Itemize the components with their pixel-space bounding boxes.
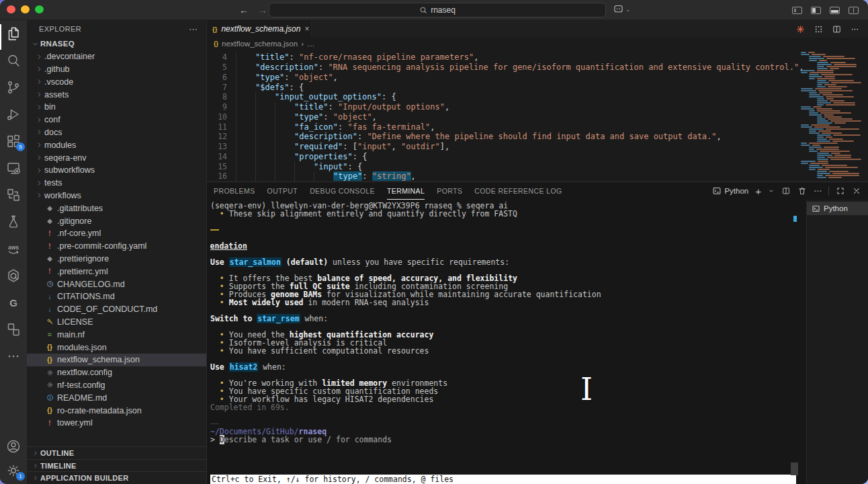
editor-tab-bar: {} nextflow_schema.json × [207, 20, 868, 38]
tab-nextflow-schema[interactable]: {} nextflow_schema.json × [207, 20, 312, 38]
tree-file[interactable]: ↓CITATIONS.md [27, 290, 206, 303]
panel-tab[interactable]: PORTS [437, 182, 462, 200]
panel-tab[interactable]: CODE REFERENCE LOG [474, 182, 562, 200]
split-editor-icon[interactable] [832, 24, 842, 34]
panel-tab[interactable]: TERMINAL [387, 182, 425, 200]
terminal-output[interactable]: (seqera-env) llewelyn-van-der-berg@KTW2Y… [210, 202, 793, 474]
tree-file[interactable]: !.nf-core.yml [27, 227, 206, 240]
tree-root-rnaseq[interactable]: RNASEQ [27, 38, 206, 50]
layout-grid-icon[interactable] [792, 7, 802, 14]
terminal-list-item[interactable]: Python [807, 202, 868, 215]
dots-grid-icon[interactable] [814, 24, 824, 34]
tree-folder[interactable]: .github [27, 63, 206, 76]
test-flask-icon[interactable] [5, 214, 21, 230]
sidebar-section[interactable]: TIMELINE [27, 459, 206, 472]
code-editor[interactable]: 4"title": "nf-core/rnaseq pipeline param… [207, 50, 868, 182]
tree-folder[interactable]: .vscode [27, 75, 206, 88]
chevron-right-icon [34, 65, 44, 73]
run-debug-icon[interactable] [5, 106, 21, 122]
chevron-right-icon [34, 141, 44, 149]
svg-text:G: G [9, 297, 17, 309]
code-line: 7"$defs": { [207, 82, 868, 92]
back-button[interactable]: ← [239, 5, 249, 15]
tree-file[interactable]: nextflow.config [27, 366, 206, 379]
json-file-icon: {} [212, 26, 217, 33]
breadcrumb-file[interactable]: nextflow_schema.json [222, 40, 298, 48]
sidebar-section[interactable]: OUTLINE [27, 446, 206, 459]
tree-file[interactable]: ◆.gitattributes [27, 202, 206, 214]
terminal-dropdown-chevron-icon[interactable] [768, 188, 775, 194]
source-control-icon[interactable] [5, 79, 21, 95]
minimap[interactable] [797, 51, 861, 182]
tree-file[interactable]: {}modules.json [27, 341, 206, 354]
close-tab-icon[interactable]: × [304, 24, 309, 34]
dev-containers-icon[interactable] [5, 187, 21, 203]
kill-terminal-trash-icon[interactable] [797, 186, 807, 196]
editor-area: {} nextflow_schema.json × {} nextflow_sc… [207, 20, 868, 182]
tree-file[interactable]: !.pre-commit-config.yaml [27, 240, 206, 253]
minimize-window-button[interactable] [21, 5, 30, 13]
active-terminal-selector[interactable]: Python [712, 186, 748, 196]
terminal-scrollbar-thumb[interactable] [791, 462, 798, 475]
more-icon[interactable] [5, 348, 21, 364]
tree-file[interactable]: ↓CODE_OF_CONDUCT.md [27, 303, 206, 316]
tree-file[interactable]: LICENSE [27, 316, 206, 329]
settings-gear-icon[interactable]: 1 [5, 462, 21, 479]
maximize-panel-icon[interactable] [836, 186, 845, 196]
command-center-search[interactable]: rnaseq [269, 3, 606, 17]
code-line: 15"input": { [207, 161, 868, 171]
panel-tab[interactable]: DEBUG CONSOLE [310, 182, 375, 200]
tree-file[interactable]: {}nextflow_schema.json [27, 354, 206, 366]
tree-file[interactable]: ≈main.nf [27, 328, 206, 341]
toggle-secondary-sidebar-icon[interactable] [849, 7, 859, 14]
tree-file[interactable]: README.md [27, 391, 206, 404]
amazon-q-icon[interactable] [5, 268, 21, 284]
toggle-primary-sidebar-icon[interactable] [811, 7, 821, 14]
breadcrumb-more[interactable]: … [307, 40, 315, 48]
breadcrumb-separator: › [301, 40, 304, 48]
search-icon[interactable] [5, 52, 21, 69]
tree-folder[interactable]: docs [27, 126, 206, 139]
tree-file[interactable]: !tower.yml [27, 417, 206, 430]
editor-more-actions-icon[interactable] [850, 24, 860, 34]
explorer-more-actions-icon[interactable]: ⋯ [189, 24, 198, 34]
explorer-icon[interactable] [5, 26, 21, 42]
zoom-window-button[interactable] [35, 5, 44, 13]
tree-folder[interactable]: subworkflows [27, 164, 206, 177]
tree-file[interactable]: !.prettierrc.yml [27, 265, 206, 278]
project-manager-icon[interactable] [5, 321, 21, 337]
tree-folder[interactable]: .devcontainer [27, 50, 206, 63]
extensions-icon[interactable]: 5 [5, 133, 21, 149]
breadcrumb[interactable]: {} nextflow_schema.json › … [207, 38, 868, 50]
panel-tab[interactable]: PROBLEMS [214, 182, 255, 200]
tree-file[interactable]: nf-test.config [27, 379, 206, 392]
accounts-icon[interactable] [5, 438, 21, 454]
tree-folder[interactable]: modules [27, 138, 206, 151]
close-panel-icon[interactable] [852, 186, 861, 196]
sidebar-section[interactable]: APPLICATION BUILDER [27, 471, 206, 484]
copilot-menu-button[interactable]: ⌄ [613, 3, 631, 15]
forward-button[interactable]: → [258, 5, 267, 15]
tree-folder[interactable]: workflows [27, 190, 206, 202]
tree-file[interactable]: ◆.prettierignore [27, 253, 206, 266]
tree-file[interactable]: CHANGELOG.md [27, 278, 206, 290]
aws-icon[interactable]: aws [5, 241, 21, 257]
tree-folder[interactable]: seqera-env [27, 151, 206, 164]
toggle-panel-icon[interactable] [830, 7, 840, 14]
tree-file[interactable]: ◆.gitignore [27, 214, 206, 227]
close-window-button[interactable] [7, 5, 15, 13]
gitlens-icon[interactable]: G [5, 294, 21, 311]
terminal-line: • You have sufficient computational reso… [210, 347, 219, 355]
tree-folder[interactable]: assets [27, 88, 206, 101]
panel-more-actions-icon[interactable]: ⋯ [814, 186, 822, 196]
vscode-window: ← → rnaseq ⌄ 5awsG 1 EXPLORER ⋯ RNASEQ.d… [0, 0, 868, 484]
panel-tab[interactable]: OUTPUT [267, 182, 298, 200]
split-terminal-icon[interactable] [781, 186, 791, 196]
tree-folder[interactable]: tests [27, 177, 206, 190]
new-terminal-button[interactable]: + [755, 186, 761, 197]
format-starburst-icon[interactable] [795, 24, 806, 34]
tree-file[interactable]: {}ro-crate-metadata.json [27, 404, 206, 417]
remote-explorer-icon[interactable] [5, 160, 21, 176]
tree-folder[interactable]: bin [27, 101, 206, 114]
tree-folder[interactable]: conf [27, 114, 206, 126]
